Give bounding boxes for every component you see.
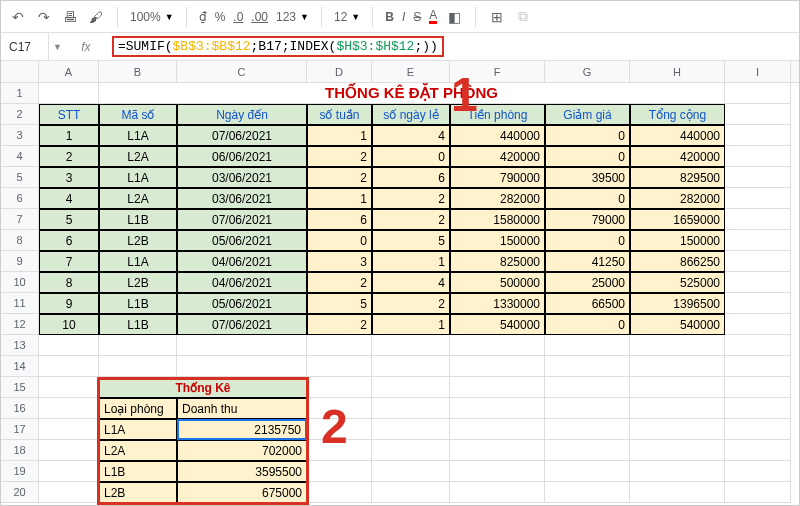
cell[interactable] [725,440,791,461]
cell[interactable] [450,419,545,440]
cell[interactable]: số ngày lẻ [372,104,450,125]
cell[interactable] [450,482,545,503]
cell[interactable]: 8 [39,272,99,293]
cell[interactable]: 1396500 [630,293,725,314]
cell[interactable] [372,335,450,356]
cell[interactable]: 0 [307,230,372,251]
cell[interactable] [725,188,791,209]
cell[interactable]: L2B [99,230,177,251]
cell[interactable]: 2 [372,188,450,209]
cell[interactable] [372,482,450,503]
cell[interactable]: 2 [39,146,99,167]
cell[interactable] [725,377,791,398]
cell[interactable]: Tổng cộng [630,104,725,125]
cell[interactable]: 3595500 [177,461,307,482]
select-all-corner[interactable] [1,61,39,82]
cell[interactable]: L2A [99,188,177,209]
cell[interactable]: 2 [307,167,372,188]
cell[interactable] [372,356,450,377]
cell[interactable]: 0 [545,146,630,167]
cell[interactable]: 2 [372,209,450,230]
cell[interactable]: 2 [307,314,372,335]
cell[interactable]: L1A [99,419,177,440]
cell[interactable]: 440000 [450,125,545,146]
print-icon[interactable]: 🖶 [61,8,79,26]
cell[interactable] [725,398,791,419]
cell[interactable]: 07/06/2021 [177,209,307,230]
cell[interactable]: 282000 [630,188,725,209]
cell[interactable]: 1 [39,125,99,146]
cell[interactable] [545,377,630,398]
col-header[interactable]: I [725,61,791,82]
cell[interactable]: 05/06/2021 [177,230,307,251]
cell[interactable]: STT [39,104,99,125]
cell[interactable] [630,356,725,377]
cell[interactable]: 1 [307,188,372,209]
cell[interactable] [307,461,372,482]
row-header[interactable]: 8 [1,230,39,251]
cell[interactable] [725,125,791,146]
cell[interactable]: L1A [99,251,177,272]
cell[interactable]: 5 [39,209,99,230]
cell[interactable]: 420000 [450,146,545,167]
cell[interactable] [39,419,99,440]
row-header[interactable]: 6 [1,188,39,209]
cell[interactable] [545,398,630,419]
cell[interactable] [545,440,630,461]
cell[interactable] [725,335,791,356]
cell[interactable]: Thống Kê [99,377,307,398]
cell[interactable] [307,377,372,398]
cell[interactable]: số tuần [307,104,372,125]
cell[interactable] [725,293,791,314]
cell[interactable]: 4 [372,125,450,146]
row-header[interactable]: 14 [1,356,39,377]
cell[interactable]: 500000 [450,272,545,293]
cell[interactable]: Giảm giá [545,104,630,125]
cell[interactable]: 6 [372,167,450,188]
row-header[interactable]: 5 [1,167,39,188]
cell[interactable]: L1B [99,314,177,335]
strike-button[interactable]: S [413,10,421,24]
cell[interactable]: 04/06/2021 [177,272,307,293]
cell[interactable] [630,377,725,398]
cell[interactable] [450,377,545,398]
cell[interactable] [725,314,791,335]
cell[interactable] [630,398,725,419]
row-header[interactable]: 20 [1,482,39,503]
cell[interactable] [39,377,99,398]
cell[interactable]: 829500 [630,167,725,188]
cell[interactable] [725,272,791,293]
undo-icon[interactable]: ↶ [9,8,27,26]
increase-decimal-button[interactable]: .00 [251,10,268,24]
decrease-decimal-button[interactable]: .0 [233,10,243,24]
cell[interactable] [450,356,545,377]
cell[interactable]: 1659000 [630,209,725,230]
bold-button[interactable]: B [385,10,394,24]
cell[interactable]: 2135750 [177,419,307,440]
format-select[interactable]: 123▼ [276,10,309,24]
merge-icon[interactable]: ⧉ [514,8,532,26]
cell[interactable]: 0 [545,230,630,251]
cell[interactable] [545,356,630,377]
cell[interactable]: L2B [99,272,177,293]
col-header[interactable]: F [450,61,545,82]
cell[interactable]: 41250 [545,251,630,272]
cell[interactable]: 1 [372,314,450,335]
row-header[interactable]: 19 [1,461,39,482]
cell[interactable] [725,167,791,188]
cell[interactable] [725,209,791,230]
cell[interactable]: 03/06/2021 [177,188,307,209]
cell[interactable] [372,398,450,419]
cell[interactable] [630,482,725,503]
cell[interactable]: L1A [99,167,177,188]
cell[interactable]: 866250 [630,251,725,272]
cell[interactable]: 420000 [630,146,725,167]
cell[interactable]: 1330000 [450,293,545,314]
cell[interactable]: Mã số [99,104,177,125]
cell[interactable] [372,461,450,482]
cell[interactable] [372,419,450,440]
cell[interactable]: 2 [372,293,450,314]
cell[interactable] [450,440,545,461]
row-header[interactable]: 16 [1,398,39,419]
name-box[interactable]: C17 [1,33,49,60]
